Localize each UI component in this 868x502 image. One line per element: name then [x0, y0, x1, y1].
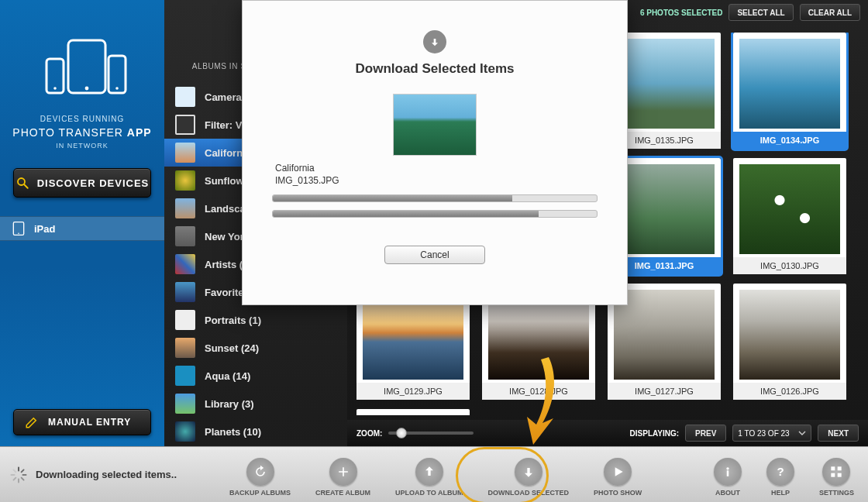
create-album-button[interactable]: CREATE ALBUM — [315, 458, 370, 497]
brand-title-text: PHOTO TRANSFER — [12, 126, 123, 139]
album-thumbnail — [175, 143, 195, 163]
svg-rect-24 — [838, 473, 842, 476]
album-thumbnail — [175, 421, 195, 442]
label-in-network: IN NETWORK — [0, 142, 164, 150]
album-thumbnail — [175, 226, 195, 246]
download-modal: Download Selected Items California IMG_0… — [242, 0, 628, 305]
modal-progress-file — [272, 194, 598, 202]
svg-rect-21 — [832, 466, 835, 470]
photo-thumbnail — [614, 164, 715, 254]
photo-item[interactable]: IMG_0126.JPG — [733, 284, 846, 400]
help-icon: ? — [766, 458, 794, 486]
modal-progress-total — [272, 210, 598, 218]
download-icon — [515, 458, 542, 486]
modal-cancel-button[interactable]: Cancel — [384, 246, 485, 264]
create-album-label: CREATE ALBUM — [315, 489, 370, 497]
svg-line-11 — [22, 469, 24, 472]
bottom-toolbar: Downloading selected items.. BACKUP ALBU… — [0, 446, 868, 502]
photo-thumbnail — [614, 39, 715, 129]
settings-button[interactable]: SETTINGS — [819, 458, 854, 497]
search-icon — [16, 176, 29, 190]
album-label: Sunset (24) — [205, 342, 259, 354]
discover-label-bold: DISCOVER — [37, 177, 96, 189]
album-thumbnail — [175, 282, 195, 302]
info-icon — [714, 458, 742, 486]
album-label: Planets (10) — [205, 426, 261, 438]
photo-item[interactable]: IMG_0125.JPG — [356, 409, 470, 415]
modal-title: Download Selected Items — [356, 61, 515, 77]
select-all-button[interactable]: SELECT ALL — [728, 4, 793, 21]
grid-footer: ZOOM: DISPLAYING: PREV 1 TO 23 OF 23 NEX… — [347, 420, 868, 446]
about-button[interactable]: ABOUT — [714, 458, 742, 497]
brand-title-bold: APP — [127, 126, 152, 139]
device-item-ipad[interactable]: iPad — [0, 216, 164, 241]
upload-to-album-button[interactable]: UPLOAD TO ALBUM — [395, 458, 463, 497]
album-item-aqua[interactable]: Aqua (14) — [164, 362, 347, 390]
photo-caption: IMG_0129.JPG — [356, 383, 470, 400]
device-item-label: iPad — [34, 223, 55, 235]
svg-rect-19 — [727, 470, 729, 476]
label-devices-running: DEVICES RUNNING — [0, 115, 164, 123]
album-thumbnail — [175, 254, 195, 274]
album-label: Library (3) — [205, 398, 254, 410]
refresh-icon — [246, 458, 274, 486]
zoom-slider-knob[interactable] — [396, 428, 407, 438]
zoom-slider[interactable] — [388, 432, 474, 435]
photo-thumbnail — [739, 164, 840, 254]
play-icon — [604, 458, 632, 486]
photo-show-button[interactable]: PHOTO SHOW — [594, 458, 642, 497]
svg-point-1 — [85, 87, 89, 91]
grid-icon — [822, 458, 850, 486]
svg-rect-0 — [68, 40, 105, 93]
album-item-library[interactable]: Library (3) — [164, 390, 347, 418]
network-panel: DEVICES RUNNING PHOTO TRANSFER APP IN NE… — [0, 0, 164, 446]
photo-caption: IMG_0128.JPG — [482, 383, 595, 400]
svg-point-9 — [18, 232, 19, 234]
edit-icon — [25, 415, 39, 429]
album-thumbnail — [175, 366, 195, 386]
manual-entry-button[interactable]: MANUAL ENTRY — [13, 409, 151, 435]
spinner-icon — [9, 466, 28, 484]
svg-rect-23 — [832, 473, 835, 476]
photo-item[interactable]: IMG_0134.JPG — [733, 33, 846, 149]
photo-caption: IMG_0127.JPG — [608, 383, 721, 400]
photo-caption: IMG_0130.JPG — [733, 257, 846, 274]
status-text: Downloading selected items.. — [36, 469, 177, 480]
devices-illustration — [0, 39, 164, 104]
help-button[interactable]: ? HELP — [766, 458, 794, 497]
album-thumbnail — [175, 394, 195, 414]
modal-album-name: California — [275, 162, 339, 174]
photo-item[interactable]: IMG_0130.JPG — [733, 158, 846, 274]
album-thumbnail — [175, 87, 195, 107]
next-page-button[interactable]: NEXT — [818, 425, 859, 442]
album-item-planets[interactable]: Planets (10) — [164, 418, 347, 445]
album-item-portraits[interactable]: Portraits (1) — [164, 306, 347, 334]
about-label: ABOUT — [715, 489, 740, 497]
svg-rect-22 — [838, 466, 842, 470]
displaying-label: DISPLAYING: — [630, 429, 680, 438]
svg-point-18 — [726, 467, 728, 469]
zoom-label: ZOOM: — [356, 429, 382, 438]
album-thumbnail — [175, 115, 195, 135]
album-item-sunset[interactable]: Sunset (24) — [164, 334, 347, 362]
svg-line-15 — [13, 477, 16, 480]
discover-devices-button[interactable]: DISCOVER DEVICES — [13, 168, 151, 198]
page-dropdown-label: 1 TO 23 OF 23 — [738, 429, 789, 438]
photo-thumbnail — [739, 290, 840, 380]
modal-preview-thumbnail — [393, 94, 477, 156]
photo-caption: IMG_0134.JPG — [733, 132, 846, 149]
page-dropdown[interactable]: 1 TO 23 OF 23 — [732, 425, 811, 442]
download-selected-button[interactable]: DOWNLOAD SELECTED — [488, 458, 570, 497]
prev-page-button[interactable]: PREV — [685, 425, 726, 442]
backup-albums-button[interactable]: BACKUP ALBUMS — [229, 458, 291, 497]
clear-all-button[interactable]: CLEAR ALL — [800, 4, 860, 21]
svg-line-13 — [22, 477, 24, 480]
manual-entry-label: MANUAL ENTRY — [48, 417, 131, 428]
album-label: Portraits (1) — [205, 315, 261, 326]
backup-albums-label: BACKUP ALBUMS — [229, 489, 291, 497]
album-thumbnail — [175, 170, 195, 191]
discover-label-suffix: DEVICES — [96, 177, 150, 189]
tablet-icon — [11, 221, 26, 236]
album-thumbnail — [175, 198, 195, 218]
photo-show-label: PHOTO SHOW — [594, 489, 642, 497]
